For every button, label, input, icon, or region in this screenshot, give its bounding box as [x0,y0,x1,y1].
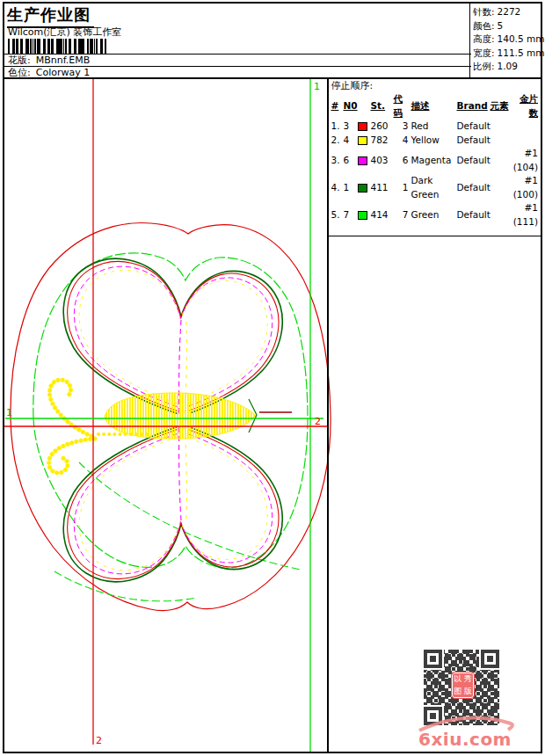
antenna-upper [49,380,91,436]
color-swatch [358,156,367,165]
color-swatch [358,211,367,220]
site-watermark: 6xiu.com [412,715,518,752]
col-code: 代码 [394,92,411,120]
design-canvas-area: 1 1 2 2 停止顺序: # N0 St. 代码 描述 Brand 元素 金片… [4,79,541,752]
col-needle: N0 [344,99,358,113]
page-title: 生产作业图 [7,4,94,28]
colorway-value: Colorway 1 [36,67,90,78]
colorway-field: 色位:Colorway 1 [4,66,471,79]
colorway-label: 色位: [8,67,31,78]
design-file-value: MBnnf.EMB [36,55,91,66]
color-swatch [358,184,367,193]
height-row: 高度:140.5 mm [473,33,541,47]
col-num: # [331,99,344,113]
wings-bottom [63,424,282,582]
end-marker-bottom: 2 [96,735,102,746]
color-swatch [358,122,367,131]
table-row: 2.4 7824 YellowDefault [331,134,540,148]
antenna-lower [49,439,95,473]
stitches-row: 针数:2272 [473,5,541,19]
col-st: St. [371,99,394,113]
qr-finder-icon [424,650,442,668]
col-brand: Brand [457,99,490,113]
col-sequins: 金片数 [512,92,540,120]
company-name: Wilcom(汇京) 装饰工作室 [8,25,121,39]
color-swatch [358,136,367,145]
butterfly-body [105,393,256,439]
start-marker-top: 1 [314,81,320,92]
watermark-seal: 以秀 图版 [452,672,474,698]
worksheet-header: 生产作业图 Wilcom(汇京) 装饰工作室 花版:MBnnf.EMB 色位:C… [4,4,541,79]
barcode [8,39,106,55]
green-swash-bottom [54,571,197,601]
watermark-text: 6xiu.com [412,729,518,750]
qr-finder-icon [481,650,499,668]
table-row: 4.1 4111 Dark GreenDefault #1 (100) [331,174,540,201]
colors-row: 颜色:5 [473,19,541,33]
width-row: 宽度:111.5 mm [473,47,541,61]
scale-row: 比例:1.09 [473,60,541,74]
table-row: 5.7 4147 GreenDefault #1 (111) [331,201,540,229]
design-info-box: 针数:2272 颜色:5 高度:140.5 mm 宽度:111.5 mm 比例:… [469,4,541,77]
production-worksheet-page: 生产作业图 Wilcom(汇京) 装饰工作室 花版:MBnnf.EMB 色位:C… [3,2,542,753]
design-file-field: 花版:MBnnf.EMB [4,54,471,66]
col-elements: 元素 [490,99,512,113]
design-file-label: 花版: [8,55,31,66]
stop-sequence-title: 停止顺序: [331,80,540,92]
stop-sequence-table: 停止顺序: # N0 St. 代码 描述 Brand 元素 金片数 1.3 26… [329,79,541,236]
start-marker-left: 1 [6,407,12,418]
table-header-row: # N0 St. 代码 描述 Brand 元素 金片数 [331,92,540,120]
table-row: 1.3 2603 RedDefault [331,120,540,134]
col-desc: 描述 [411,99,457,113]
end-marker-right: 2 [315,416,321,427]
table-row: 3.6 4036 MagentaDefault #1 (104) [331,147,540,174]
